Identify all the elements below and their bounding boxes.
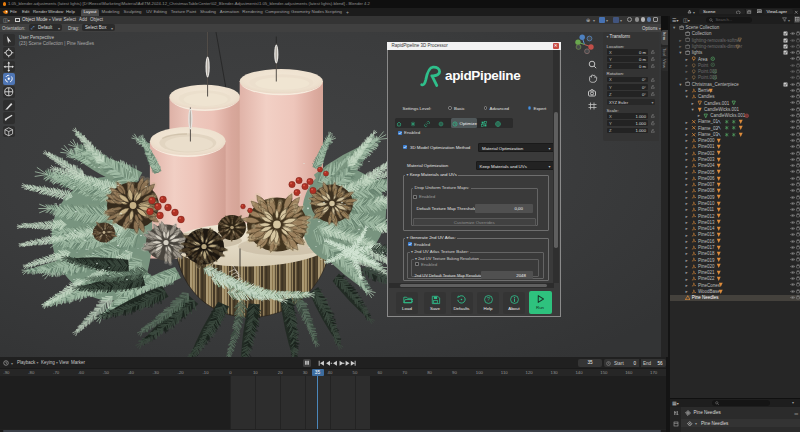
svg-text:?: ?	[486, 296, 489, 302]
